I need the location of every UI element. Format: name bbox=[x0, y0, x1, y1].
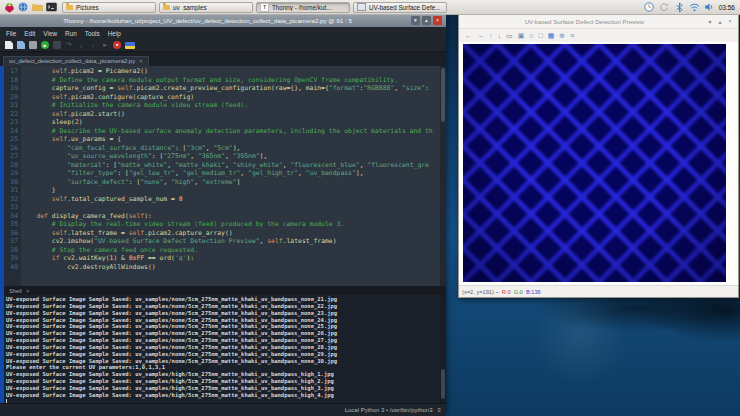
reset-view-icon[interactable]: ⌂ bbox=[529, 32, 533, 39]
pan-down-icon[interactable]: ↓ bbox=[498, 32, 502, 39]
menu-tools[interactable]: Tools bbox=[81, 30, 104, 37]
menu-edit[interactable]: Edit bbox=[20, 30, 39, 37]
file-manager-icon[interactable] bbox=[31, 1, 43, 13]
shell-tab[interactable]: Shell × bbox=[0, 286, 446, 295]
debug-icon[interactable] bbox=[53, 41, 61, 49]
shell-line: UV-exposed Surface Image Sample Saved: u… bbox=[6, 317, 446, 324]
volume-icon[interactable] bbox=[704, 2, 715, 13]
code-line-28: 28 "material": ["matte_white", "matte_kh… bbox=[4, 161, 446, 170]
close-button[interactable]: × bbox=[726, 18, 734, 25]
shell-close-icon[interactable]: × bbox=[26, 288, 29, 294]
shell-prompt-line bbox=[6, 399, 446, 403]
step-into-icon[interactable] bbox=[77, 41, 85, 49]
editor-scrollbar[interactable] bbox=[440, 66, 446, 286]
menu-file[interactable]: File bbox=[2, 30, 20, 37]
taskbar-window-pictures[interactable]: Pictures bbox=[62, 2, 156, 13]
open-file-icon[interactable] bbox=[17, 41, 25, 49]
shell-scrollbar[interactable] bbox=[440, 295, 446, 403]
code-text: # Define the camera module output format… bbox=[21, 76, 446, 85]
step-out-icon[interactable] bbox=[89, 41, 97, 49]
settings-icon[interactable]: ≡ bbox=[570, 32, 574, 39]
interpreter-status: Local Python 3 • /usr/bin/python3 bbox=[345, 407, 433, 413]
zoom-in-icon[interactable]: ⊕ bbox=[559, 32, 565, 39]
backend-menu-icon[interactable]: ≡ bbox=[437, 407, 441, 413]
line-number: 40 bbox=[4, 263, 21, 272]
line-number: 33 bbox=[4, 203, 21, 212]
tab-active-file[interactable]: uv_defect_detection_collect_data_picamer… bbox=[3, 56, 149, 66]
code-text: # Stop the camera feed once requested. bbox=[21, 246, 446, 255]
code-text: if cv2.waitKey(1) & 0xFF == ord('q'): bbox=[21, 254, 446, 263]
raspberry-menu-icon[interactable] bbox=[3, 1, 15, 13]
code-line-27: 27 "uv_source_wavelength": ["275nm", "36… bbox=[4, 152, 446, 161]
code-text: # Initialize the camera module video str… bbox=[21, 101, 446, 110]
thonny-menubar: FileEditViewRunToolsHelp bbox=[0, 27, 446, 39]
taskbar-window-uv-preview[interactable]: UV-based Surface Defe... bbox=[353, 2, 447, 13]
menu-view[interactable]: View bbox=[39, 30, 61, 37]
zoom-window-icon[interactable]: ▭ bbox=[506, 32, 513, 39]
clock-icon[interactable] bbox=[644, 2, 655, 13]
shell-line: UV-exposed Surface Image Sample Saved: u… bbox=[6, 296, 446, 303]
pan-left-icon[interactable]: ← bbox=[465, 32, 472, 39]
code-text: cv2.destroyAllWindows() bbox=[21, 263, 446, 272]
maximize-button[interactable]: ▴ bbox=[716, 18, 724, 25]
code-line-32: 32 self.total_captured_sample_num = 0 bbox=[4, 195, 446, 204]
maximize-button[interactable]: ▴ bbox=[422, 16, 431, 25]
line-number: 28 bbox=[4, 161, 21, 170]
terminal-icon[interactable] bbox=[45, 1, 57, 13]
stop-restart-backend-icon[interactable] bbox=[113, 41, 121, 49]
line-number: 39 bbox=[4, 254, 21, 263]
menu-help[interactable]: Help bbox=[104, 30, 125, 37]
taskbar-window-thonny[interactable]: TThonny - /home/kut... bbox=[256, 2, 350, 13]
save-image-icon[interactable]: ▣ bbox=[518, 32, 525, 39]
folder-icon bbox=[163, 5, 170, 10]
preview-statusbar: (x=2, y=191) ~ R:0 G:0 B:136 bbox=[459, 285, 738, 297]
shell-scrollbar-thumb[interactable] bbox=[441, 369, 445, 399]
system-tray: 03:56 bbox=[644, 2, 737, 13]
line-number: 31 bbox=[4, 186, 21, 195]
minimize-button[interactable]: ▾ bbox=[706, 18, 714, 25]
line-number: 25 bbox=[4, 135, 21, 144]
taskbar-window-uv-samples[interactable]: uv_samples bbox=[159, 2, 253, 13]
editor-scrollbar-thumb[interactable] bbox=[441, 68, 445, 122]
minimize-button[interactable]: ▾ bbox=[411, 16, 420, 25]
uv-preview-window: UV-based Surface Defect Detection Previe… bbox=[458, 14, 739, 298]
preview-window-controls: ▾ ▴ × bbox=[706, 18, 734, 25]
taskbar-window-buttons: Picturesuv_samplesTThonny - /home/kut...… bbox=[62, 2, 447, 13]
display-properties-icon[interactable]: ▦ bbox=[548, 32, 555, 39]
browser-icon[interactable] bbox=[17, 1, 29, 13]
shell-line: UV-exposed Surface Image Sample Saved: u… bbox=[6, 310, 446, 317]
line-number: 35 bbox=[4, 220, 21, 229]
pan-right-icon[interactable]: → bbox=[477, 32, 484, 39]
support-ukraine-icon[interactable] bbox=[125, 42, 135, 49]
new-file-icon[interactable] bbox=[5, 41, 13, 49]
shell-line: UV-exposed Surface Image Sample Saved: u… bbox=[6, 358, 446, 365]
updates-icon[interactable] bbox=[659, 2, 670, 13]
close-button[interactable]: × bbox=[433, 16, 442, 25]
save-icon[interactable] bbox=[29, 41, 37, 49]
code-text: self.latest_frame = self.picam2.capture_… bbox=[21, 229, 446, 238]
code-line-26: 26 "cam_focal_surface_distance": ["3cm",… bbox=[4, 144, 446, 153]
pan-up-icon[interactable]: ↑ bbox=[489, 32, 493, 39]
crop-region-icon[interactable]: □ bbox=[538, 32, 542, 39]
line-number: 34 bbox=[4, 212, 21, 221]
code-line-33: 33 bbox=[4, 203, 446, 212]
run-icon[interactable] bbox=[41, 41, 49, 49]
pixel-green-value: G:0 bbox=[514, 289, 523, 295]
tab-close-icon[interactable]: × bbox=[139, 58, 142, 64]
resume-icon[interactable] bbox=[101, 41, 109, 49]
code-text: self.picam2.configure(capture_config) bbox=[21, 93, 446, 102]
code-editor[interactable]: 17 self.picam2 = Picamera2()18 # Define … bbox=[0, 66, 446, 286]
menu-run[interactable]: Run bbox=[61, 30, 81, 37]
step-over-icon[interactable] bbox=[65, 41, 73, 49]
shell-line: UV-exposed Surface Image Sample Saved: u… bbox=[6, 330, 446, 337]
cursor-position-readout: (x=2, y=191) ~ bbox=[462, 289, 499, 295]
shell-pane[interactable]: UV-exposed Surface Image Sample Saved: u… bbox=[0, 295, 446, 403]
code-line-25: 25 self.uv_params = { bbox=[4, 135, 446, 144]
thonny-window-title: Thonny - /home/kutluhan_ui/project_UV_de… bbox=[4, 17, 411, 24]
wifi-icon[interactable] bbox=[689, 2, 700, 13]
taskbar-window-label: Pictures bbox=[76, 4, 99, 11]
code-text: "surface_defect": ["none", "high", "extr… bbox=[21, 178, 446, 187]
bluetooth-icon[interactable] bbox=[674, 2, 685, 13]
code-line-29: 29 "filter_type": ["gel_low_tr", "gel_me… bbox=[4, 169, 446, 178]
code-text: } bbox=[21, 186, 446, 195]
